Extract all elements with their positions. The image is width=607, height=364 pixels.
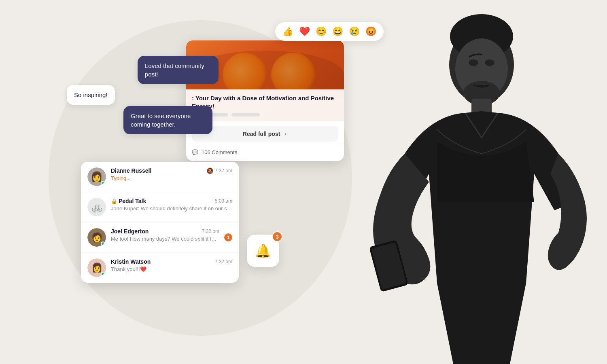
reaction-sad[interactable]: 😢 <box>349 26 360 37</box>
avatar-pedal-talk: 🚲 <box>87 198 106 216</box>
reaction-love[interactable]: ❤️ <box>299 26 310 37</box>
avatar-joel: 🧑 <box>87 228 106 247</box>
message-header: Kristin Watson 7:32 pm <box>111 258 232 265</box>
svg-point-7 <box>469 59 478 66</box>
bubble-together: Great to see everyone coming together. <box>123 106 212 134</box>
scene: 👍 ❤️ 😊 😄 😢 😡 : Your Day with a Dose of M… <box>0 0 607 364</box>
bell-icon: 🔔 <box>255 243 271 258</box>
post-tags <box>192 113 338 116</box>
message-preview: Thank you!!!❤️ <box>111 266 232 272</box>
sender-name: Kristin Watson <box>111 258 151 265</box>
comments-icon: 💬 <box>192 149 198 155</box>
message-preview: Me too! How many days? We could split it… <box>111 236 219 242</box>
message-content-kristin: Kristin Watson 7:32 pm Thank you!!!❤️ <box>111 258 232 272</box>
message-time: 🔕 7:32 pm <box>206 167 232 174</box>
reaction-like[interactable]: 👍 <box>282 26 293 37</box>
message-time: 7:32 pm <box>202 229 219 234</box>
sender-name: Joel Edgerton <box>111 228 149 235</box>
reaction-haha[interactable]: 😄 <box>332 26 343 37</box>
online-indicator <box>101 272 105 276</box>
message-header: 🔒Pedal Talk 5:03 am <box>111 198 232 204</box>
message-item-kristin[interactable]: 👩 Kristin Watson 7:32 pm Thank you!!!❤️ <box>81 253 239 283</box>
message-content-pedal-talk: 🔒Pedal Talk 5:03 am Jane Kuper: We shoul… <box>111 198 232 212</box>
post-tag-2 <box>231 113 260 116</box>
reaction-bar: 👍 ❤️ 😊 😄 😢 😡 <box>275 22 384 41</box>
message-time: 7:32 pm <box>215 259 232 265</box>
avatar-kristin: 👩 <box>87 258 106 277</box>
bubble-loved: Loved that community post! <box>138 56 219 84</box>
reaction-smile[interactable]: 😊 <box>316 26 327 37</box>
bubble-inspiring: So inspiring! <box>67 85 115 105</box>
message-list: 👩 Dianne Russell 🔕 7:32 pm Typing... 🚲 <box>81 162 239 283</box>
sender-name: 🔒Pedal Talk <box>111 198 146 204</box>
notification-badge: 3 <box>272 231 282 242</box>
svg-point-8 <box>485 59 495 66</box>
typing-indicator: Typing... <box>111 175 232 181</box>
message-header: Dianne Russell 🔕 7:32 pm <box>111 167 232 174</box>
unread-badge-joel: 1 <box>224 233 232 241</box>
avatar-dianne: 👩 <box>87 167 106 186</box>
message-preview: Jane Kuper: We should definitely share i… <box>111 205 232 212</box>
message-item-pedal-talk[interactable]: 🚲 🔒Pedal Talk 5:03 am Jane Kuper: We sho… <box>81 192 239 222</box>
reaction-angry[interactable]: 😡 <box>365 26 376 37</box>
post-comments: 💬 106 Comments <box>186 145 344 161</box>
man-silhouette <box>356 0 607 364</box>
message-item-dianne[interactable]: 👩 Dianne Russell 🔕 7:32 pm Typing... <box>81 162 239 192</box>
message-item-joel[interactable]: 🧑 Joel Edgerton 7:32 pm Me too! How many… <box>81 222 239 253</box>
online-indicator <box>101 241 105 246</box>
read-full-post-button[interactable]: Read full post → <box>192 126 338 142</box>
comments-count: 106 Comments <box>202 149 237 155</box>
message-content-joel: Joel Edgerton 7:32 pm Me too! How many d… <box>111 228 219 242</box>
message-time: 5:03 am <box>215 198 232 204</box>
message-header: Joel Edgerton 7:32 pm <box>111 228 219 235</box>
online-indicator <box>101 181 105 185</box>
sender-name: Dianne Russell <box>111 167 151 174</box>
notification-bell[interactable]: 🔔 3 <box>247 235 279 267</box>
message-content-dianne: Dianne Russell 🔕 7:32 pm Typing... <box>111 167 232 181</box>
post-title: : Your Day with a Dose of Motivation and… <box>192 94 338 110</box>
